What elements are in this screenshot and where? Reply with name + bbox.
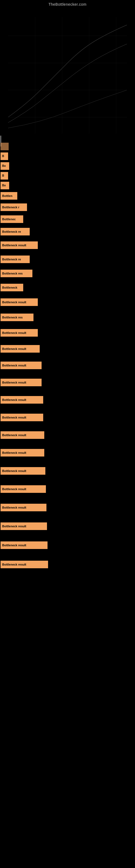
result-label: Bottleneck result xyxy=(1,561,48,568)
list-item: Bo xyxy=(0,181,135,190)
result-label: Bottleneck result xyxy=(1,504,46,511)
list-item: Bottleneck res xyxy=(0,267,135,280)
chart-svg xyxy=(0,9,135,139)
list-item: Bottleneck result xyxy=(0,498,135,517)
list-item: Bottleneck result xyxy=(0,426,135,444)
list-item: Bottleneck result xyxy=(0,444,135,462)
result-label: B xyxy=(1,172,8,180)
result-label: Bottlenec xyxy=(1,215,23,223)
list-item: Bottleneck result xyxy=(0,462,135,480)
result-label: Bottleneck res xyxy=(1,270,32,277)
result-label: Bottleneck result xyxy=(1,379,42,386)
result-label: Bottleneck result xyxy=(1,299,38,306)
list-item xyxy=(0,142,135,151)
list-item: Bottleneck r xyxy=(0,201,135,213)
result-label: Bottleneck res xyxy=(1,314,34,321)
result-label: Bottlen xyxy=(1,192,17,199)
list-item: B xyxy=(0,171,135,181)
result-label: Bottleneck result xyxy=(1,467,45,475)
list-item: Bottleneck result xyxy=(0,357,135,374)
result-label: Bottleneck result xyxy=(1,345,40,352)
list-item: Bottleneck result xyxy=(0,238,135,252)
result-label: Bottleneck result xyxy=(1,522,47,530)
result-label: Bottleneck re xyxy=(1,228,30,236)
results-container: B Bo B Bo Bottlen Bottleneck r Bottlenec… xyxy=(0,139,135,577)
site-title: TheBottlenecker.com xyxy=(0,0,135,9)
list-item: Bottlenec xyxy=(0,213,135,225)
result-label: Bo xyxy=(1,182,9,189)
list-item: Bottlen xyxy=(0,190,135,201)
result-label: Bottleneck result xyxy=(1,431,44,439)
result-label: Bottleneck result xyxy=(1,449,44,457)
list-item: Bottleneck result xyxy=(0,341,135,357)
list-item: Bottleneck result xyxy=(0,536,135,555)
list-item: Bottleneck res xyxy=(0,310,135,325)
list-item: Bottleneck result xyxy=(0,480,135,498)
list-item: Bottleneck re xyxy=(0,252,135,267)
list-item: Bottleneck result xyxy=(0,391,135,408)
list-item: Bottleneck result xyxy=(0,374,135,391)
svg-rect-0 xyxy=(0,9,135,139)
list-item: Bo xyxy=(0,161,135,171)
result-label: Bottleneck result xyxy=(1,541,48,549)
result-label: Bottleneck result xyxy=(1,241,38,249)
site-header: TheBottlenecker.com xyxy=(0,0,135,9)
result-label: Bottleneck result xyxy=(1,362,42,369)
result-label: Bottleneck r xyxy=(1,204,27,211)
result-label: Bottleneck result xyxy=(1,414,43,421)
list-item: B xyxy=(0,151,135,161)
result-label: Bo xyxy=(1,162,9,170)
result-label xyxy=(1,143,9,150)
list-item: Bottleneck re xyxy=(0,225,135,238)
result-label: Bottleneck xyxy=(1,284,23,291)
chart-area xyxy=(0,9,135,139)
result-label: Bottleneck re xyxy=(1,255,30,263)
result-label: Bottleneck result xyxy=(1,329,38,337)
list-item: Bottleneck result xyxy=(0,325,135,341)
list-item: Bottleneck result xyxy=(0,517,135,536)
list-item: Bottleneck result xyxy=(0,555,135,574)
list-item: Bottleneck xyxy=(0,280,135,294)
result-label: Bottleneck result xyxy=(1,485,46,493)
list-item: Bottleneck result xyxy=(0,408,135,426)
result-label: B xyxy=(1,152,8,160)
list-item: Bottleneck result xyxy=(0,294,135,310)
result-label: Bottleneck result xyxy=(1,396,43,404)
